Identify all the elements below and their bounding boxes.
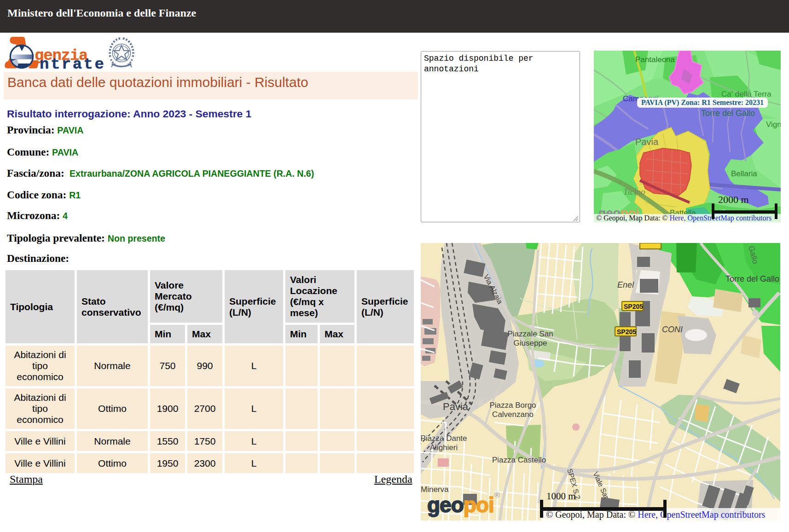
svg-text:Vign: Vign	[766, 120, 781, 129]
svg-text:geopoi: geopoi	[427, 493, 494, 517]
svg-text:CONI: CONI	[662, 325, 683, 334]
svg-text:© Geopoi, Map Data: © Here, Op: © Geopoi, Map Data: © Here, OpenStreetMa…	[546, 509, 766, 520]
svg-text:Piazzale San: Piazzale San	[507, 330, 553, 338]
svg-text:Piazza Dante: Piazza Dante	[421, 434, 467, 443]
svg-text:Pantaleona: Pantaleona	[635, 55, 675, 64]
svg-text:Piazza Borgo: Piazza Borgo	[489, 401, 536, 410]
svg-text:© Geopoi, Map Data: © Here, Op: © Geopoi, Map Data: © Here, OpenStreetMa…	[596, 214, 772, 222]
svg-text:Calvenzano: Calvenzano	[492, 410, 534, 419]
svg-text:Piazza Castello: Piazza Castello	[492, 456, 546, 464]
svg-text:1000 m: 1000 m	[546, 491, 576, 502]
svg-text:PAVIA (PV) Zona: R1 Semestre:: PAVIA (PV) Zona: R1 Semestre: 20231	[641, 98, 764, 107]
svg-text:Torre del Gallo: Torre del Gallo	[701, 109, 755, 118]
svg-text:Pavia: Pavia	[635, 137, 659, 147]
svg-text:Pavia: Pavia	[443, 401, 469, 412]
svg-text:SP205: SP205	[624, 303, 643, 310]
svg-text:SP205: SP205	[617, 328, 636, 335]
svg-text:Bellaria: Bellaria	[731, 169, 757, 178]
svg-text:Ticino: Ticino	[623, 187, 645, 197]
svg-text:Torre del Gallo: Torre del Gallo	[725, 274, 779, 283]
svg-text:2000 m: 2000 m	[718, 194, 749, 205]
svg-text:ntrate: ntrate	[40, 56, 105, 71]
svg-text:Giuseppe: Giuseppe	[514, 339, 547, 347]
svg-text:®: ®	[494, 491, 500, 499]
svg-text:Enel: Enel	[617, 280, 634, 289]
svg-text:Alighieri: Alighieri	[430, 443, 458, 452]
svg-text:Ca' della Terra: Ca' della Terra	[721, 90, 772, 98]
